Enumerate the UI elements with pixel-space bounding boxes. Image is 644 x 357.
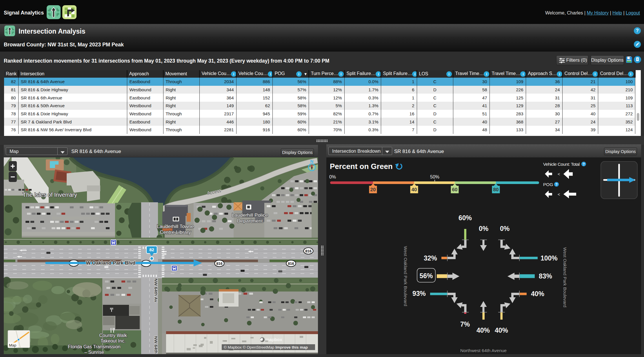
svg-text:816: 816	[216, 261, 223, 266]
svg-text:© Mapbox © OpenStreetMap Impro: © Mapbox © OpenStreetMap Improve this ma…	[224, 345, 308, 349]
svg-text:Percent on Green: Percent on Green	[330, 162, 393, 171]
svg-text:56%: 56%	[419, 272, 433, 280]
svg-text:Lauderhill Towne: Lauderhill Towne	[157, 224, 194, 229]
svg-text:40: 40	[412, 187, 417, 192]
svg-text:Centre Library: Centre Library	[160, 230, 191, 235]
svg-text:0%: 0%	[329, 174, 336, 179]
svg-text:NW 64th: NW 64th	[154, 336, 159, 354]
svg-text:816: 816	[288, 261, 294, 266]
svg-text:0%: 0%	[500, 225, 510, 232]
svg-text:7%: 7%	[460, 320, 470, 328]
svg-text:Florida Gas Transmission: Florida Gas Transmission	[68, 344, 120, 349]
svg-text:83%: 83%	[539, 272, 552, 280]
svg-text:20: 20	[370, 187, 376, 192]
svg-text:POG: POG	[543, 182, 553, 187]
svg-text:<: <	[558, 172, 560, 176]
svg-text:Takeout Inc.: Takeout Inc.	[101, 338, 125, 343]
svg-text:32%: 32%	[424, 254, 437, 262]
svg-text:Country Walk: Country Walk	[99, 333, 127, 338]
svg-text:?: ?	[583, 162, 585, 166]
svg-text:N: N	[310, 159, 314, 164]
svg-text:?: ?	[555, 183, 557, 187]
svg-text:40%: 40%	[531, 290, 544, 298]
svg-text:60%: 60%	[459, 214, 472, 222]
svg-text:Map: Map	[9, 343, 16, 347]
svg-text:816: 816	[305, 249, 312, 253]
svg-text:mapbox: mapbox	[265, 337, 282, 342]
svg-text:W Oakland Park Blvd: W Oakland Park Blvd	[86, 260, 136, 266]
svg-text:The Isles of Inverrary: The Isles of Inverrary	[23, 192, 77, 198]
svg-text:82: 82	[149, 247, 154, 252]
svg-text:93%: 93%	[412, 290, 426, 297]
svg-text:<: <	[558, 192, 560, 197]
svg-text:Department: Department	[237, 218, 263, 224]
svg-text:40%: 40%	[476, 327, 490, 334]
svg-text:0%: 0%	[479, 225, 488, 232]
svg-text:Lauderhill Police: Lauderhill Police	[232, 212, 268, 218]
svg-text:50%: 50%	[430, 174, 439, 179]
svg-text:40%: 40%	[495, 327, 508, 334]
svg-text:West Oakland Park Boulevard: West Oakland Park Boulevard	[403, 246, 408, 306]
svg-text:100%: 100%	[541, 254, 558, 262]
svg-text:– Sunrise: – Sunrise	[84, 350, 104, 354]
svg-text:West Oakland Park Boulevard: West Oakland Park Boulevard	[563, 247, 567, 307]
svg-text:80: 80	[493, 187, 499, 192]
svg-text:60: 60	[452, 187, 458, 192]
svg-text:Northwest 64th Avenue: Northwest 64th Avenue	[460, 348, 507, 353]
svg-text:Vehicle Count: Total: Vehicle Count: Total	[543, 162, 580, 167]
svg-text:NW 64th Av: NW 64th Av	[154, 278, 159, 303]
